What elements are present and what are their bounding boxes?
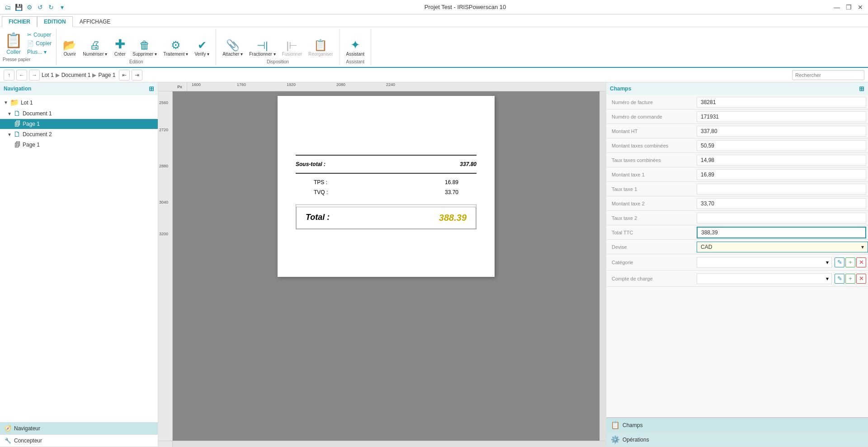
coller-button[interactable]: 📋 Coller — [3, 31, 24, 56]
nav-forward-button[interactable]: → — [29, 70, 40, 81]
compte-charge-edit-button[interactable]: ✎ — [835, 274, 844, 284]
sous-total-label: Sous-total : — [296, 161, 326, 167]
field-value-montant-taxes-combinees[interactable]: 50,59 — [697, 140, 866, 151]
app-icon-gear: ⚙ — [25, 3, 33, 11]
breadcrumb-doc[interactable]: Document 1 — [61, 72, 91, 78]
doc1-icon: 🗋 — [14, 109, 21, 118]
nav-bottom: 🧭 Navigateur 🔧 Concepteur — [0, 422, 158, 447]
tree-item-doc1[interactable]: ▼ 🗋 Document 1 — [0, 108, 158, 119]
tree-item-page1-doc2[interactable]: 🗐 Page 1 — [0, 140, 158, 150]
nav-back-button[interactable]: ← — [16, 70, 27, 81]
field-label-total-ttc: Total TTC — [606, 227, 697, 238]
field-value-montant-ht[interactable]: 337,80 — [697, 126, 866, 137]
plus-button[interactable]: Plus... ▾ — [25, 48, 53, 56]
couper-icon: ✂ — [27, 32, 32, 38]
close-button[interactable]: ✕ — [856, 3, 864, 11]
ruler-v-mark-2880: 2880 — [159, 164, 168, 168]
nav-bottom-navigateur[interactable]: 🧭 Navigateur — [0, 423, 158, 435]
field-value-numero-commande[interactable]: 171931 — [697, 111, 866, 122]
operations-tab-label: Opérations — [623, 437, 649, 443]
fields-bottom: 📋 Champs ⚙️ Opérations — [606, 417, 868, 447]
field-value-categorie[interactable]: ▾ — [697, 257, 832, 268]
field-value-total-ttc[interactable]: 388,39 — [697, 227, 866, 238]
breadcrumb-lot[interactable]: Lot 1 — [42, 72, 54, 78]
creer-label: Créer — [114, 52, 126, 57]
page-scroll-right[interactable] — [599, 91, 606, 441]
tps-label: TPS : — [314, 179, 327, 185]
couper-button[interactable]: ✂ Couper — [25, 31, 53, 39]
field-label-montant-ht: Montant HT — [606, 126, 697, 137]
copier-button[interactable]: 📄 Copier — [25, 39, 53, 48]
ouvrir-button[interactable]: 📂 Ouvrir — [60, 38, 79, 58]
devise-dropdown-arrow[interactable]: ▾ — [861, 244, 864, 250]
presse-papier-group-label: Presse papier — [3, 57, 53, 62]
breadcrumb-page[interactable]: Page 1 — [98, 72, 115, 78]
assistant-button[interactable]: ✦ Assistant — [344, 37, 368, 58]
supprimer-button[interactable]: 🗑 Supprimer ▾ — [130, 38, 160, 58]
attacher-button[interactable]: 📎 Attacher ▾ — [220, 38, 245, 58]
app-icon-dropdown[interactable]: ▾ — [58, 3, 66, 11]
compte-charge-delete-button[interactable]: ✕ — [856, 274, 866, 284]
fields-tab-operations[interactable]: ⚙️ Opérations — [606, 433, 868, 447]
tree-item-page1-doc1[interactable]: 🗐 Page 1 — [0, 119, 158, 129]
tree-item-doc2[interactable]: ▼ 🗋 Document 2 — [0, 129, 158, 140]
field-value-numero-facture[interactable]: 38281 — [697, 97, 866, 108]
navbar: ↑ ← → Lot 1 ▶ Document 1 ▶ Page 1 ⇤ ⇥ — [0, 68, 868, 82]
field-value-devise[interactable]: CAD ▾ — [697, 242, 868, 252]
doc-content[interactable]: 2560 2720 2880 3040 3200 Sous-total : 33… — [158, 91, 606, 441]
app-icons: 🗂 💾 ⚙ ↺ ↻ ▾ — [4, 3, 66, 11]
field-value-montant-taxe2[interactable]: 33,70 — [697, 198, 866, 209]
field-value-taux-taxes-combinees[interactable]: 14,98 — [697, 155, 866, 166]
tab-fichier[interactable]: FICHIER — [2, 16, 37, 27]
minimize-button[interactable]: — — [833, 3, 841, 11]
reorganiser-button[interactable]: 📋 Réorganiser — [306, 38, 335, 58]
numeriser-button[interactable]: 🖨 Numériser ▾ — [80, 38, 110, 58]
hscrollbar[interactable] — [158, 441, 606, 447]
fusionner-button[interactable]: |⊢ Fusionner — [279, 39, 305, 58]
creer-button[interactable]: ✚ Créer — [111, 36, 129, 58]
ruler-v-mark-3040: 3040 — [159, 200, 168, 204]
compte-charge-add-button[interactable]: + — [845, 274, 855, 284]
assistant-group-label: Assistant — [346, 59, 365, 64]
champs-icon: 📋 — [611, 421, 620, 429]
categorie-delete-button[interactable]: ✕ — [856, 257, 866, 267]
search-input[interactable] — [792, 70, 864, 80]
concepteur-label: Concepteur — [14, 437, 42, 444]
categorie-add-button[interactable]: + — [845, 257, 855, 267]
nav-panel-expand-icon[interactable]: ⊞ — [149, 85, 154, 92]
field-row-devise: Devise CAD ▾ — [606, 240, 868, 254]
verify-button[interactable]: ✔ Verify ▾ — [192, 38, 212, 58]
nav-bottom-concepteur[interactable]: 🔧 Concepteur — [0, 435, 158, 447]
nav-icon-right[interactable]: ⇥ — [132, 70, 142, 81]
window-controls[interactable]: — ❐ ✕ — [833, 3, 864, 11]
page1-doc2-icon: 🗐 — [14, 141, 21, 148]
fields-scroll[interactable]: Numéro de facture 38281 Numéro de comman… — [606, 95, 868, 417]
field-value-taux-taxe1[interactable] — [697, 184, 866, 195]
fractionner-button[interactable]: ⊣| Fractionner ▾ — [246, 39, 278, 58]
field-value-montant-taxe1[interactable]: 16,89 — [697, 169, 866, 180]
field-row-taux-taxe1: Taux taxe 1 — [606, 182, 868, 196]
traitement-button[interactable]: ⚙ Traitement ▾ — [160, 38, 191, 58]
tab-edition[interactable]: EDITION — [37, 16, 73, 27]
tab-affichage[interactable]: AFFICHAGE — [73, 16, 118, 27]
nav-up-button[interactable]: ↑ — [4, 70, 14, 81]
field-label-categorie: Catégorie — [606, 257, 697, 268]
field-value-taux-taxe2[interactable] — [697, 213, 866, 224]
page-area[interactable]: Sous-total : 337.80 TPS : 16.89 TVQ : 33… — [173, 91, 599, 441]
compte-charge-dropdown-arrow[interactable]: ▾ — [826, 276, 829, 282]
categorie-dropdown-arrow[interactable]: ▾ — [826, 259, 829, 266]
fields-expand-icon[interactable]: ⊞ — [859, 85, 864, 92]
tax-lines: TPS : 16.89 TVQ : 33.70 — [296, 174, 476, 201]
ouvrir-icon: 📂 — [63, 40, 76, 51]
doc2-icon: 🗋 — [14, 130, 21, 138]
categorie-edit-button[interactable]: ✎ — [835, 257, 844, 267]
nav-tree: ▼ 📁 Lot 1 ▼ 🗋 Document 1 🗐 Page 1 ▼ 🗋 Do… — [0, 95, 158, 422]
ruler-vertical: 2560 2720 2880 3040 3200 — [158, 91, 173, 441]
maximize-button[interactable]: ❐ — [844, 3, 853, 11]
nav-icon-left[interactable]: ⇤ — [119, 70, 130, 81]
fields-tab-champs[interactable]: 📋 Champs — [606, 418, 868, 433]
group-assistant: ✦ Assistant Assistant — [340, 29, 372, 65]
field-value-compte-charge[interactable]: ▾ — [697, 273, 832, 284]
ruler-horizontal: Px 1600 1760 1920 2080 2240 — [158, 82, 606, 91]
tree-item-lot1[interactable]: ▼ 📁 Lot 1 — [0, 97, 158, 108]
